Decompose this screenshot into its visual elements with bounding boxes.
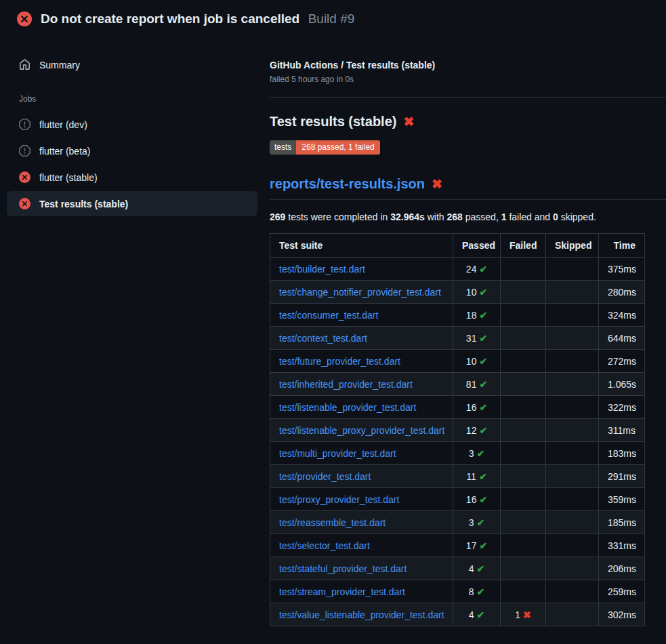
failed-cell	[501, 488, 546, 511]
cross-mark-icon: ✖	[432, 178, 442, 190]
col-header-test-suite: Test suite	[270, 234, 453, 258]
table-header-row: Test suite Passed Failed Skipped Time	[270, 234, 645, 258]
failed-count: 1	[501, 212, 507, 222]
time-cell: 280ms	[599, 281, 645, 304]
time-cell: 331ms	[599, 534, 645, 557]
table-row: test/listenable_provider_test.dart16✔322…	[270, 396, 645, 419]
failed-cell	[501, 511, 546, 534]
table-row: test/stateful_provider_test.dart4✔206ms	[270, 557, 645, 580]
test-suite-link[interactable]: test/future_provider_test.dart	[279, 356, 400, 367]
failed-cell	[501, 304, 546, 327]
sidebar-job-item[interactable]: flutter (stable)	[7, 165, 257, 190]
table-row: test/selector_test.dart17✔331ms	[270, 534, 645, 557]
skipped-cell	[546, 258, 599, 281]
sidebar-job-item[interactable]: flutter (dev)	[7, 112, 257, 137]
time-cell: 259ms	[599, 580, 645, 603]
time-cell: 206ms	[599, 557, 645, 580]
time-cell: 272ms	[599, 350, 645, 373]
test-suite-link[interactable]: test/context_test.dart	[279, 333, 367, 344]
sidebar-job-item[interactable]: Test results (stable)	[7, 191, 257, 216]
sidebar-item-summary[interactable]: Summary	[7, 53, 257, 77]
check-icon: ✔	[479, 425, 487, 436]
table-row: test/multi_provider_test.dart3✔183ms	[270, 442, 645, 465]
passed-cell: 11✔	[453, 465, 501, 488]
tests-status-badge: tests 268 passed, 1 failed	[270, 140, 380, 155]
passed-cell: 31✔	[453, 327, 501, 350]
failed-cell	[501, 465, 546, 488]
time-cell: 185ms	[599, 511, 645, 534]
x-circle-fill-icon	[17, 12, 32, 26]
sidebar-job-item[interactable]: flutter (beta)	[7, 138, 257, 163]
failed-cell	[501, 396, 546, 419]
test-suite-link[interactable]: test/listenable_proxy_provider_test.dart	[279, 425, 444, 436]
check-icon: ✔	[479, 379, 487, 390]
passed-cell: 3✔	[453, 511, 501, 534]
test-suite-link[interactable]: test/consumer_test.dart	[279, 310, 378, 321]
jobs-list: flutter (dev)flutter (beta)flutter (stab…	[0, 112, 264, 216]
test-suite-link[interactable]: test/stream_provider_test.dart	[279, 586, 405, 597]
passed-count: 268	[447, 212, 463, 222]
heading-underline	[270, 199, 666, 200]
time-cell: 359ms	[599, 488, 645, 511]
check-icon: ✔	[479, 471, 487, 482]
job-label: flutter (beta)	[39, 146, 90, 157]
x-circle-fill-icon	[19, 198, 30, 209]
table-row: test/future_provider_test.dart10✔272ms	[270, 350, 645, 373]
check-icon: ✔	[479, 310, 487, 321]
passed-cell: 3✔	[453, 442, 501, 465]
passed-cell: 4✔	[453, 557, 501, 580]
time-cell: 291ms	[599, 465, 645, 488]
test-suite-link[interactable]: test/multi_provider_test.dart	[279, 448, 396, 459]
skipped-cell	[546, 488, 599, 511]
failed-cell	[501, 258, 546, 281]
table-row: test/reassemble_test.dart3✔185ms	[270, 511, 645, 534]
col-header-passed: Passed	[453, 234, 501, 258]
skipped-cell	[546, 465, 599, 488]
stop-octagon-icon	[19, 145, 30, 157]
test-suite-link[interactable]: test/selector_test.dart	[279, 540, 370, 551]
divider	[270, 97, 666, 98]
time-cell: 183ms	[599, 442, 645, 465]
passed-cell: 16✔	[453, 396, 501, 419]
table-row: test/inherited_provider_test.dart81✔1.06…	[270, 373, 645, 396]
skipped-count: 0	[553, 212, 558, 222]
test-suite-link[interactable]: test/reassemble_test.dart	[279, 517, 386, 528]
time-cell: 302ms	[599, 603, 645, 626]
passed-cell: 12✔	[453, 419, 501, 442]
test-suite-link[interactable]: test/provider_test.dart	[279, 471, 371, 482]
failed-cell	[501, 281, 546, 304]
test-suite-link[interactable]: test/proxy_provider_test.dart	[279, 494, 399, 505]
x-circle-fill-icon	[19, 172, 30, 183]
skipped-cell	[546, 350, 599, 373]
col-header-time: Time	[599, 234, 645, 258]
passed-cell: 24✔	[453, 258, 501, 281]
job-label: flutter (dev)	[39, 119, 87, 130]
check-icon: ✔	[479, 287, 487, 298]
job-label: flutter (stable)	[39, 172, 98, 183]
test-summary-sentence: 269 tests were completed in 32.964s with…	[270, 212, 666, 222]
failed-cell	[501, 327, 546, 350]
failed-cell	[501, 373, 546, 396]
test-suite-link[interactable]: test/listenable_provider_test.dart	[279, 402, 416, 413]
col-header-failed: Failed	[501, 234, 546, 258]
failed-cell	[501, 580, 546, 603]
skipped-cell	[546, 580, 599, 603]
table-row: test/proxy_provider_test.dart16✔359ms	[270, 488, 645, 511]
passed-cell: 10✔	[453, 281, 501, 304]
skipped-cell	[546, 419, 599, 442]
report-file-link[interactable]: reports/test-results.json	[270, 176, 425, 192]
test-results-table: Test suite Passed Failed Skipped Time te…	[270, 233, 645, 626]
test-suite-link[interactable]: test/builder_test.dart	[279, 264, 365, 275]
test-suite-link[interactable]: test/value_listenable_provider_test.dart	[279, 609, 444, 620]
test-suite-link[interactable]: test/inherited_provider_test.dart	[279, 379, 413, 390]
run-build-number: Build #9	[308, 12, 355, 26]
failed-cell	[501, 557, 546, 580]
test-suite-link[interactable]: test/change_notifier_provider_test.dart	[279, 287, 441, 298]
cross-mark-icon: ✖	[403, 115, 414, 128]
check-icon: ✔	[477, 448, 485, 459]
check-icon: ✔	[477, 563, 485, 574]
skipped-cell	[546, 534, 599, 557]
passed-cell: 16✔	[453, 488, 501, 511]
total-time: 32.964s	[390, 212, 425, 222]
test-suite-link[interactable]: test/stateful_provider_test.dart	[279, 563, 407, 574]
